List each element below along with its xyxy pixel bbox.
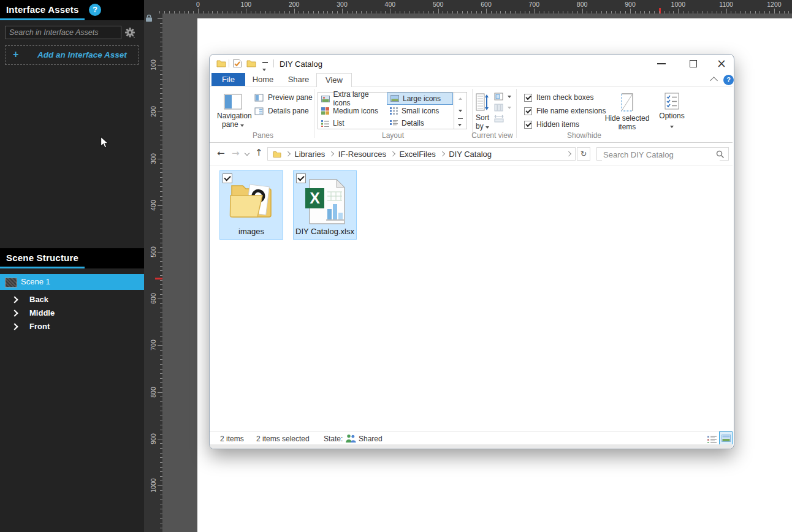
group-by-icon <box>494 93 503 101</box>
ruler-tick <box>371 11 371 13</box>
divider <box>229 59 229 67</box>
gallery-scroll-up-icon[interactable] <box>454 93 466 105</box>
ruler-tick <box>160 131 162 131</box>
chevron-right-icon[interactable] <box>11 296 18 303</box>
dropdown-icon <box>485 126 489 129</box>
ruler-tick <box>332 11 333 13</box>
search-icon[interactable] <box>716 150 725 159</box>
interface-assets-header: Interface Assets ? <box>0 0 144 20</box>
gallery-expand-icon[interactable] <box>454 117 466 129</box>
ruler-tick <box>395 11 395 13</box>
hide-selected-items-button[interactable]: Hide selected items <box>602 89 652 131</box>
layout-large-icons[interactable]: Large icons <box>387 93 453 105</box>
file-name-extensions-checkbox[interactable]: File name extensions <box>524 107 606 115</box>
layer-item-front[interactable]: Front <box>0 320 144 333</box>
folder-icon[interactable] <box>216 59 226 67</box>
interface-assets-search-input[interactable] <box>5 26 121 39</box>
navigation-pane-button[interactable]: Navigation pane <box>217 89 249 131</box>
ruler-tick <box>788 11 789 13</box>
item-checkbox-icon[interactable] <box>296 173 306 183</box>
sort-by-button[interactable]: Sort by <box>470 89 495 131</box>
chevron-right-icon[interactable] <box>11 310 18 316</box>
ruler-tick <box>217 11 218 13</box>
tab-share[interactable]: Share <box>281 73 316 86</box>
ruler-tick <box>160 471 162 472</box>
up-button[interactable]: ↑ <box>255 147 263 158</box>
ruler-tick <box>558 11 558 13</box>
ruler-tick <box>750 11 751 13</box>
excel-file-icon: X <box>304 178 347 225</box>
ruler-tick <box>237 11 237 13</box>
options-button[interactable]: Options <box>653 89 690 131</box>
details-pane-button[interactable]: Details pane <box>254 107 309 115</box>
ruler-label: 900 <box>625 1 636 8</box>
layout-list[interactable]: List <box>318 117 386 129</box>
refresh-button[interactable]: ↻ <box>577 147 590 161</box>
file-tile-images[interactable]: images <box>219 170 283 240</box>
ruler-tick <box>693 11 693 13</box>
scene-item-scene-1[interactable]: Scene 1 <box>0 274 144 290</box>
item-checkbox-icon[interactable] <box>223 173 232 183</box>
search-input[interactable] <box>602 148 720 161</box>
ruler-tick <box>160 79 162 80</box>
tab-home[interactable]: Home <box>245 73 281 86</box>
layer-item-back[interactable]: Back <box>0 293 144 306</box>
ruler-tick <box>160 280 162 281</box>
hidden-items-checkbox[interactable]: Hidden items <box>524 120 579 129</box>
ruler-tick <box>308 11 309 13</box>
layout-extra-large-icons[interactable]: Extra large icons <box>318 93 386 105</box>
hide-selected-label-1: Hide selected <box>602 114 652 123</box>
add-columns-button[interactable] <box>494 104 511 112</box>
preview-pane-button[interactable]: Preview pane <box>254 93 313 102</box>
close-button[interactable]: × <box>717 56 726 70</box>
forward-button[interactable]: → <box>232 148 240 159</box>
layout-item-label: Medium icons <box>333 107 378 115</box>
window-title-bar[interactable]: DIY Catalog × <box>210 55 733 73</box>
tab-view[interactable]: View <box>316 73 352 87</box>
address-dropdown-icon[interactable] <box>566 151 571 156</box>
minimize-button[interactable] <box>657 63 666 64</box>
dropdown-icon <box>240 124 244 127</box>
gallery-scroll-down-icon[interactable] <box>454 105 466 117</box>
layout-small-icons[interactable]: Small icons <box>387 105 453 117</box>
ruler-tick <box>174 11 175 13</box>
item-check-boxes-checkbox[interactable]: Item check boxes <box>524 93 593 102</box>
explorer-help-icon[interactable]: ? <box>723 75 734 85</box>
help-icon[interactable]: ? <box>89 4 101 16</box>
quick-access-dropdown-icon[interactable] <box>262 62 268 73</box>
layout-details[interactable]: Details <box>387 117 453 129</box>
ruler-tick <box>698 11 698 13</box>
chevron-right-icon[interactable] <box>11 323 18 330</box>
details-view-toggle[interactable] <box>706 432 719 446</box>
layout-medium-icons[interactable]: Medium icons <box>318 105 386 117</box>
lock-icon[interactable] <box>145 14 153 22</box>
tab-file[interactable]: File <box>211 73 245 86</box>
ruler-tick <box>160 523 162 523</box>
ruler-tick <box>303 11 304 13</box>
file-tile-diy-catalog-xlsx[interactable]: X DIY Catalog.xlsx <box>293 170 357 240</box>
breadcrumb-diy-catalog[interactable]: DIY Catalog <box>449 150 492 159</box>
back-button[interactable]: ← <box>217 148 225 159</box>
ruler-tick <box>160 238 162 238</box>
navigation-pane-label: Navigation <box>217 112 249 120</box>
checkbox-document-icon[interactable] <box>232 59 242 68</box>
group-by-button[interactable] <box>494 93 511 101</box>
folder-icon[interactable] <box>246 59 256 67</box>
ruler-tick <box>491 11 492 13</box>
size-columns-button[interactable] <box>494 115 504 124</box>
breadcrumb-excelfiles[interactable]: ExcelFiles <box>399 150 435 159</box>
thumbnail-view-toggle[interactable] <box>719 431 733 445</box>
gear-icon[interactable] <box>125 28 136 39</box>
checkbox-icon <box>524 107 532 115</box>
ruler-tick <box>606 11 607 13</box>
layer-item-middle[interactable]: Middle <box>0 306 144 320</box>
maximize-button[interactable] <box>690 60 697 67</box>
address-bar[interactable]: Libraries IF-Resources ExcelFiles DIY Ca… <box>267 147 576 161</box>
recent-locations-icon[interactable] <box>245 151 249 156</box>
scene-thumbnail-icon <box>5 278 17 287</box>
breadcrumb-libraries[interactable]: Libraries <box>295 150 326 159</box>
add-interface-asset-button[interactable]: + Add an Interface Asset <box>5 45 139 65</box>
breadcrumb-if-resources[interactable]: IF-Resources <box>338 150 386 159</box>
ruler-tick <box>212 11 213 13</box>
collapse-ribbon-icon[interactable] <box>710 77 718 85</box>
